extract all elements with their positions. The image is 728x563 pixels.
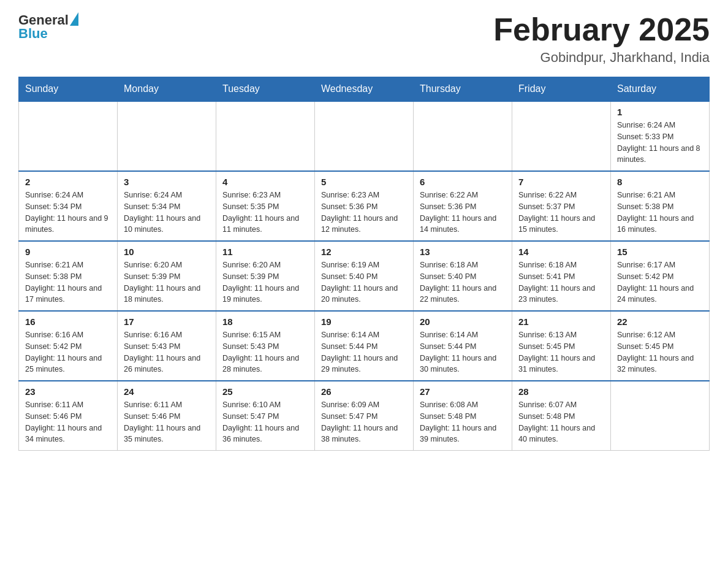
day-number: 6 [420, 177, 506, 187]
calendar-cell: 26Sunrise: 6:09 AM Sunset: 5:47 PM Dayli… [315, 381, 414, 451]
day-info: Sunrise: 6:14 AM Sunset: 5:44 PM Dayligh… [321, 329, 407, 375]
day-number: 18 [222, 316, 308, 327]
day-info: Sunrise: 6:09 AM Sunset: 5:47 PM Dayligh… [321, 399, 407, 445]
day-number: 7 [518, 177, 604, 187]
day-number: 24 [124, 386, 210, 397]
day-number: 19 [321, 316, 407, 327]
day-info: Sunrise: 6:23 AM Sunset: 5:35 PM Dayligh… [222, 190, 308, 236]
location-title: Gobindpur, Jharkhand, India [493, 50, 710, 66]
calendar-week-row-5: 23Sunrise: 6:11 AM Sunset: 5:46 PM Dayli… [19, 381, 710, 451]
day-info: Sunrise: 6:14 AM Sunset: 5:44 PM Dayligh… [420, 329, 506, 375]
weekday-header-wednesday: Wednesday [315, 77, 414, 102]
calendar-cell [414, 101, 512, 171]
day-number: 27 [420, 386, 506, 397]
day-number: 4 [222, 177, 308, 187]
calendar-cell: 16Sunrise: 6:16 AM Sunset: 5:42 PM Dayli… [19, 311, 118, 381]
day-number: 12 [321, 247, 407, 257]
logo-triangle-icon [70, 12, 78, 26]
weekday-header-thursday: Thursday [414, 77, 512, 102]
calendar-cell: 15Sunrise: 6:17 AM Sunset: 5:42 PM Dayli… [611, 241, 710, 311]
day-number: 20 [420, 316, 506, 327]
day-info: Sunrise: 6:13 AM Sunset: 5:45 PM Dayligh… [518, 329, 604, 375]
day-info: Sunrise: 6:08 AM Sunset: 5:48 PM Dayligh… [420, 399, 506, 445]
day-info: Sunrise: 6:20 AM Sunset: 5:39 PM Dayligh… [222, 259, 308, 305]
day-number: 11 [222, 247, 308, 257]
day-number: 14 [518, 247, 604, 257]
calendar-cell: 13Sunrise: 6:18 AM Sunset: 5:40 PM Dayli… [414, 241, 512, 311]
calendar-cell [19, 101, 118, 171]
weekday-header-row: SundayMondayTuesdayWednesdayThursdayFrid… [19, 77, 710, 102]
day-info: Sunrise: 6:19 AM Sunset: 5:40 PM Dayligh… [321, 259, 407, 305]
day-info: Sunrise: 6:21 AM Sunset: 5:38 PM Dayligh… [617, 190, 703, 236]
calendar-cell: 1Sunrise: 6:24 AM Sunset: 5:33 PM Daylig… [611, 101, 710, 171]
day-number: 22 [617, 316, 703, 327]
logo: General Blue [18, 12, 78, 42]
day-number: 16 [25, 316, 111, 327]
day-info: Sunrise: 6:20 AM Sunset: 5:39 PM Dayligh… [124, 259, 210, 305]
day-info: Sunrise: 6:10 AM Sunset: 5:47 PM Dayligh… [222, 399, 308, 445]
calendar-week-row-2: 2Sunrise: 6:24 AM Sunset: 5:34 PM Daylig… [19, 171, 710, 241]
day-number: 5 [321, 177, 407, 187]
calendar-cell: 18Sunrise: 6:15 AM Sunset: 5:43 PM Dayli… [216, 311, 315, 381]
day-number: 15 [617, 247, 703, 257]
day-number: 13 [420, 247, 506, 257]
day-info: Sunrise: 6:11 AM Sunset: 5:46 PM Dayligh… [124, 399, 210, 445]
day-number: 17 [124, 316, 210, 327]
day-info: Sunrise: 6:21 AM Sunset: 5:38 PM Dayligh… [25, 259, 111, 305]
calendar-cell: 10Sunrise: 6:20 AM Sunset: 5:39 PM Dayli… [118, 241, 216, 311]
calendar-cell: 22Sunrise: 6:12 AM Sunset: 5:45 PM Dayli… [611, 311, 710, 381]
calendar-cell [216, 101, 315, 171]
day-info: Sunrise: 6:16 AM Sunset: 5:42 PM Dayligh… [25, 329, 111, 375]
logo-blue-text: Blue [18, 26, 48, 42]
day-info: Sunrise: 6:22 AM Sunset: 5:36 PM Dayligh… [420, 190, 506, 236]
day-info: Sunrise: 6:22 AM Sunset: 5:37 PM Dayligh… [518, 190, 604, 236]
weekday-header-monday: Monday [118, 77, 216, 102]
day-info: Sunrise: 6:07 AM Sunset: 5:48 PM Dayligh… [518, 399, 604, 445]
calendar-cell: 6Sunrise: 6:22 AM Sunset: 5:36 PM Daylig… [414, 171, 512, 241]
calendar-cell [611, 381, 710, 451]
day-info: Sunrise: 6:24 AM Sunset: 5:33 PM Dayligh… [617, 120, 703, 166]
calendar-cell: 8Sunrise: 6:21 AM Sunset: 5:38 PM Daylig… [611, 171, 710, 241]
weekday-header-friday: Friday [512, 77, 611, 102]
day-info: Sunrise: 6:11 AM Sunset: 5:46 PM Dayligh… [25, 399, 111, 445]
day-info: Sunrise: 6:23 AM Sunset: 5:36 PM Dayligh… [321, 190, 407, 236]
page-header: General Blue February 2025 Gobindpur, Jh… [18, 12, 710, 66]
title-block: February 2025 Gobindpur, Jharkhand, Indi… [493, 12, 710, 66]
calendar-cell: 17Sunrise: 6:16 AM Sunset: 5:43 PM Dayli… [118, 311, 216, 381]
calendar-cell: 7Sunrise: 6:22 AM Sunset: 5:37 PM Daylig… [512, 171, 611, 241]
calendar-cell: 11Sunrise: 6:20 AM Sunset: 5:39 PM Dayli… [216, 241, 315, 311]
calendar-cell: 12Sunrise: 6:19 AM Sunset: 5:40 PM Dayli… [315, 241, 414, 311]
calendar-cell: 24Sunrise: 6:11 AM Sunset: 5:46 PM Dayli… [118, 381, 216, 451]
calendar-cell [512, 101, 611, 171]
month-title: February 2025 [493, 12, 710, 47]
weekday-header-sunday: Sunday [19, 77, 118, 102]
day-info: Sunrise: 6:24 AM Sunset: 5:34 PM Dayligh… [124, 190, 210, 236]
calendar-cell: 23Sunrise: 6:11 AM Sunset: 5:46 PM Dayli… [19, 381, 118, 451]
day-number: 28 [518, 386, 604, 397]
calendar-cell: 20Sunrise: 6:14 AM Sunset: 5:44 PM Dayli… [414, 311, 512, 381]
calendar-cell: 28Sunrise: 6:07 AM Sunset: 5:48 PM Dayli… [512, 381, 611, 451]
calendar-week-row-3: 9Sunrise: 6:21 AM Sunset: 5:38 PM Daylig… [19, 241, 710, 311]
day-info: Sunrise: 6:15 AM Sunset: 5:43 PM Dayligh… [222, 329, 308, 375]
day-info: Sunrise: 6:18 AM Sunset: 5:40 PM Dayligh… [420, 259, 506, 305]
calendar-cell [118, 101, 216, 171]
calendar-cell: 21Sunrise: 6:13 AM Sunset: 5:45 PM Dayli… [512, 311, 611, 381]
calendar-cell: 5Sunrise: 6:23 AM Sunset: 5:36 PM Daylig… [315, 171, 414, 241]
calendar-table: SundayMondayTuesdayWednesdayThursdayFrid… [18, 77, 710, 451]
day-number: 10 [124, 247, 210, 257]
day-info: Sunrise: 6:17 AM Sunset: 5:42 PM Dayligh… [617, 259, 703, 305]
weekday-header-saturday: Saturday [611, 77, 710, 102]
day-number: 23 [25, 386, 111, 397]
calendar-cell: 14Sunrise: 6:18 AM Sunset: 5:41 PM Dayli… [512, 241, 611, 311]
day-number: 3 [124, 177, 210, 187]
day-number: 9 [25, 247, 111, 257]
calendar-cell: 19Sunrise: 6:14 AM Sunset: 5:44 PM Dayli… [315, 311, 414, 381]
day-number: 25 [222, 386, 308, 397]
day-info: Sunrise: 6:18 AM Sunset: 5:41 PM Dayligh… [518, 259, 604, 305]
day-number: 21 [518, 316, 604, 327]
calendar-cell: 2Sunrise: 6:24 AM Sunset: 5:34 PM Daylig… [19, 171, 118, 241]
calendar-cell [315, 101, 414, 171]
day-number: 8 [617, 177, 703, 187]
calendar-cell: 4Sunrise: 6:23 AM Sunset: 5:35 PM Daylig… [216, 171, 315, 241]
day-info: Sunrise: 6:16 AM Sunset: 5:43 PM Dayligh… [124, 329, 210, 375]
